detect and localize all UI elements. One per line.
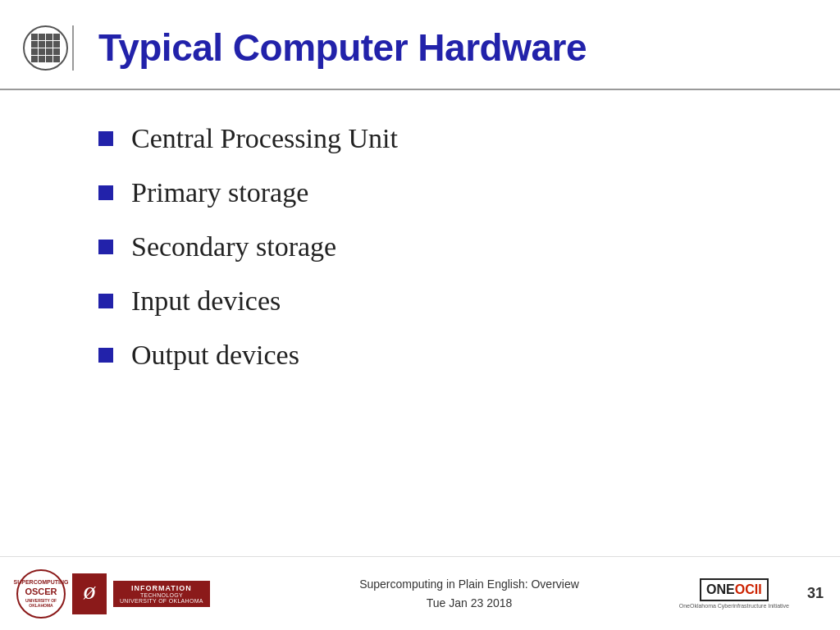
footer-right: ONE OCII OneOklahoma Cyberinfrastructure… [660,578,824,609]
it-logo-university: UNIVERSITY OF OKLAHOMA [120,598,203,604]
it-logo-subtext: TECHNOLOGY [140,592,183,598]
bullet-icon [98,294,113,308]
footer-subtitle: Supercomputing in Plain English: Overvie… [279,575,660,593]
bullet-text: Central Processing Unit [131,123,398,154]
footer-date: Tue Jan 23 2018 [279,594,660,612]
bullet-icon [98,185,113,200]
chip-icon [31,34,60,62]
slide-content: Central Processing Unit Primary storage … [0,90,840,556]
bullet-icon [98,240,113,254]
oneocii-wrapper: ONE OCII OneOklahoma Cyberinfrastructure… [679,578,789,609]
it-logo-text: INFORMATION [131,584,192,592]
one-label: ONE [706,582,735,597]
ocii-label: OCII [735,582,762,597]
list-item: Output devices [98,340,774,371]
oscer-logo: SUPERCOMPUTING OSCER UNIVERSITY OF OKLAH… [16,569,66,619]
bullet-text: Output devices [131,340,299,371]
logo-area [16,25,74,71]
bullet-text: Primary storage [131,177,308,208]
slide-title: Typical Computer Hardware [98,25,587,70]
header-logo [23,25,68,71]
vertical-divider [72,25,74,71]
oneocii-sub: OneOklahoma Cyberinfrastructure Initiati… [679,603,789,609]
list-item: Central Processing Unit [98,123,774,154]
slide-number: 31 [807,585,824,602]
slide-header: Typical Computer Hardware [0,0,840,90]
ou-logo: Ø [72,573,107,614]
bullet-text: Secondary storage [131,231,336,262]
it-logo: INFORMATION TECHNOLOGY UNIVERSITY OF OKL… [113,581,210,607]
footer-logos: SUPERCOMPUTING OSCER UNIVERSITY OF OKLAH… [16,569,279,619]
slide: Typical Computer Hardware Central Proces… [0,0,840,630]
title-area: Typical Computer Hardware [74,25,815,70]
list-item: Secondary storage [98,231,774,262]
list-item: Input devices [98,285,774,317]
list-item: Primary storage [98,177,774,208]
bullet-icon [98,348,113,363]
bullet-list: Central Processing Unit Primary storage … [98,123,774,394]
bullet-text: Input devices [131,285,281,317]
footer-center: Supercomputing in Plain English: Overvie… [279,575,660,612]
slide-footer: SUPERCOMPUTING OSCER UNIVERSITY OF OKLAH… [0,556,840,630]
bullet-icon [98,131,113,146]
oneocii-logo: ONE OCII [700,578,769,601]
